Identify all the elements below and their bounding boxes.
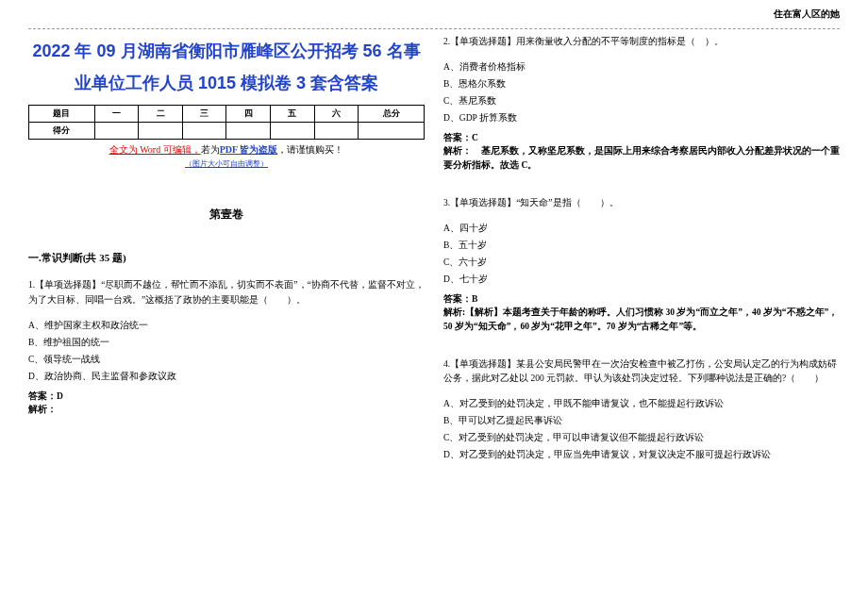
notice-suffix: ，请谨慎购买！ <box>277 144 343 155</box>
q1-opt-d: D、政治协商、民主监督和参政议政 <box>28 368 425 385</box>
td-cell <box>94 123 139 140</box>
q4-opt-d: D、对乙受到的处罚决定，甲应当先申请复议，对复议决定不服可提起行政诉讼 <box>443 446 840 463</box>
th-cell: 题目 <box>29 106 95 123</box>
question-4: 4.【单项选择题】某县公安局民警甲在一次治安检查中被乙打伤，公安局认定乙的行为构… <box>443 357 840 464</box>
q3-opt-d: D、七十岁 <box>443 271 840 288</box>
q1-options: A、维护国家主权和政治统一 B、维护祖国的统一 C、领导统一战线 D、政治协商、… <box>28 317 425 385</box>
section-heading: 一.常识判断(共 35 题) <box>28 251 425 265</box>
q4-opt-b: B、甲可以对乙提起民事诉讼 <box>443 412 840 429</box>
doc-title: 2022 年 09 月湖南省衡阳市雁峰区公开招考 56 名事业单位工作人员 10… <box>28 35 425 99</box>
question-1: 1.【单项选择题】“尽职而不越位，帮忙而不添乱，切实而不表面”，“协商不代替，监… <box>28 278 425 416</box>
q1-explain: 解析： <box>28 403 425 416</box>
question-3: 3.【单项选择题】“知天命”是指（ ）。 A、四十岁 B、五十岁 C、六十岁 D… <box>443 196 840 333</box>
q3-opt-a: A、四十岁 <box>443 220 840 237</box>
q2-opt-c: C、基尼系数 <box>443 92 840 109</box>
q2-opt-b: B、恩格尔系数 <box>443 75 840 92</box>
th-cell: 六 <box>314 106 359 123</box>
th-cell: 二 <box>139 106 183 123</box>
q1-stem: 1.【单项选择题】“尽职而不越位，帮忙而不添乱，切实而不表面”，“协商不代替，监… <box>28 278 425 307</box>
score-table: 题目 一 二 三 四 五 六 总分 得分 <box>28 105 425 140</box>
th-cell: 五 <box>271 106 315 123</box>
notice-prefix: 全文为 Word 可编辑， <box>109 144 201 155</box>
notice-link[interactable]: PDF 皆为盗版 <box>220 144 278 155</box>
td-cell <box>139 123 183 140</box>
q4-opt-a: A、对乙受到的处罚决定，甲既不能申请复议，也不能提起行政诉讼 <box>443 395 840 412</box>
q4-opt-c: C、对乙受到的处罚决定，甲可以申请复议但不能提起行政诉讼 <box>443 429 840 446</box>
q1-answer: 答案：D <box>28 390 425 403</box>
top-divider <box>28 28 840 29</box>
q3-stem: 3.【单项选择题】“知天命”是指（ ）。 <box>443 196 840 210</box>
q4-options: A、对乙受到的处罚决定，甲既不能申请复议，也不能提起行政诉讼 B、甲可以对乙提起… <box>443 395 840 463</box>
q1-opt-b: B、维护祖国的统一 <box>28 334 425 351</box>
td-cell <box>314 123 359 140</box>
td-cell <box>271 123 315 140</box>
notice-mid: 若为 <box>201 144 220 155</box>
th-cell: 总分 <box>359 106 425 123</box>
q2-opt-a: A、消费者价格指标 <box>443 58 840 75</box>
q1-opt-c: C、领导统一战线 <box>28 351 425 368</box>
left-column: 2022 年 09 月湖南省衡阳市雁峰区公开招考 56 名事业单位工作人员 10… <box>28 35 425 488</box>
q2-explain: 解析： 基尼系数，又称坚尼系数，是国际上用来综合考察居民内部收入分配差异状况的一… <box>443 144 840 172</box>
two-column-layout: 2022 年 09 月湖南省衡阳市雁峰区公开招考 56 名事业单位工作人员 10… <box>28 35 840 488</box>
q3-opt-b: B、五十岁 <box>443 237 840 254</box>
td-cell: 得分 <box>29 123 95 140</box>
table-row: 得分 <box>29 123 425 140</box>
td-cell <box>226 123 271 140</box>
th-cell: 三 <box>182 106 226 123</box>
header-note: 住在富人区的她 <box>774 8 840 21</box>
question-2: 2.【单项选择题】用来衡量收入分配的不平等制度的指标是（ ）。 A、消费者价格指… <box>443 35 840 172</box>
q3-options: A、四十岁 B、五十岁 C、六十岁 D、七十岁 <box>443 220 840 288</box>
right-column: 2.【单项选择题】用来衡量收入分配的不平等制度的指标是（ ）。 A、消费者价格指… <box>443 35 840 488</box>
td-cell <box>182 123 226 140</box>
table-row: 题目 一 二 三 四 五 六 总分 <box>29 106 425 123</box>
q3-answer: 答案：B <box>443 293 840 306</box>
image-resize-note[interactable]: （图片大小可自由调整） <box>28 158 425 169</box>
purchase-notice: 全文为 Word 可编辑，若为PDF 皆为盗版，请谨慎购买！ <box>28 143 425 157</box>
th-cell: 四 <box>226 106 271 123</box>
q3-explain: 解析:【解析】本题考查关于年龄的称呼。人们习惯称 30 岁为“而立之年”，40 … <box>443 306 840 333</box>
q2-opt-d: D、GDP 折算系数 <box>443 109 840 126</box>
td-cell <box>359 123 425 140</box>
q4-stem: 4.【单项选择题】某县公安局民警甲在一次治安检查中被乙打伤，公安局认定乙的行为构… <box>443 357 840 386</box>
q2-answer: 答案：C <box>443 132 840 144</box>
volume-heading: 第壹卷 <box>28 207 425 223</box>
q1-opt-a: A、维护国家主权和政治统一 <box>28 317 425 334</box>
q2-options: A、消费者价格指标 B、恩格尔系数 C、基尼系数 D、GDP 折算系数 <box>443 58 840 126</box>
q3-opt-c: C、六十岁 <box>443 254 840 271</box>
q2-stem: 2.【单项选择题】用来衡量收入分配的不平等制度的指标是（ ）。 <box>443 35 840 49</box>
th-cell: 一 <box>94 106 139 123</box>
